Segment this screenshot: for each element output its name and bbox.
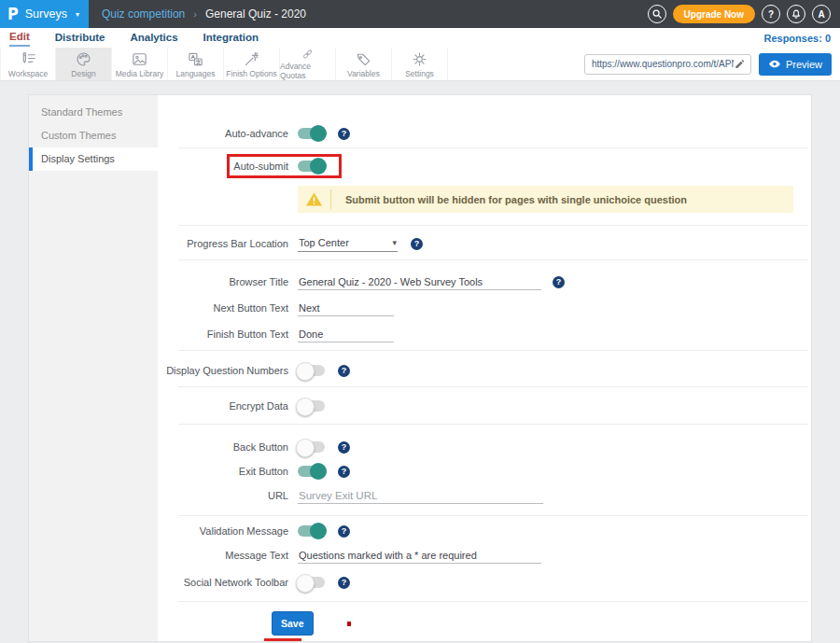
next-button-text-label: Next Button Text — [158, 302, 288, 314]
dropdown-selected-value: Top Center — [299, 237, 349, 248]
question-mark-icon: ? — [768, 9, 774, 20]
display-settings-card: Standard Themes Custom Themes Display Se… — [28, 94, 812, 642]
bell-icon — [791, 8, 802, 20]
exit-url-label: URL — [158, 490, 288, 501]
section-divider — [178, 350, 808, 351]
tool-label: Design — [71, 69, 95, 78]
survey-tab-bar: Edit Distribute Analytics Integration Re… — [0, 28, 840, 48]
back-button-label: Back Button — [158, 441, 288, 453]
exit-button-row: Exit Button ? — [158, 459, 811, 483]
auto-submit-toggle[interactable] — [298, 161, 325, 172]
questionpro-logo-icon: P — [7, 5, 19, 23]
warning-triangle-icon — [305, 191, 323, 207]
finish-button-text-input[interactable] — [298, 327, 394, 342]
exit-url-row: URL — [158, 483, 811, 508]
auto-advance-help-icon[interactable]: ? — [338, 128, 350, 140]
breadcrumb-current-survey: General Quiz - 2020 — [205, 7, 306, 21]
section-divider — [178, 601, 808, 602]
social-network-toolbar-help-icon[interactable]: ? — [338, 577, 350, 589]
help-menu-button[interactable]: ? — [762, 5, 780, 23]
top-navigation-bar: P Surveys ▾ Quiz competition › General Q… — [0, 0, 840, 28]
edit-url-pencil-icon[interactable] — [734, 58, 746, 70]
finish-button-text-label: Finish Button Text — [158, 328, 288, 340]
responses-count[interactable]: Responses: 0 — [763, 33, 831, 44]
progress-bar-location-dropdown[interactable]: Top Center ▾ — [298, 235, 398, 252]
design-palette-icon — [75, 50, 92, 68]
back-button-toggle[interactable] — [298, 441, 325, 453]
validation-message-label: Validation Message — [158, 525, 288, 537]
browser-title-help-icon[interactable]: ? — [553, 276, 565, 288]
encrypt-data-label: Encrypt Data — [158, 400, 288, 412]
display-question-numbers-help-icon[interactable]: ? — [338, 365, 350, 377]
preview-button[interactable]: Preview — [759, 53, 832, 76]
sidebar-item-custom-themes[interactable]: Custom Themes — [29, 124, 158, 147]
tab-edit[interactable]: Edit — [9, 29, 30, 47]
progress-bar-location-row: Progress Bar Location Top Center ▾ ? — [158, 231, 811, 256]
tool-media-library[interactable]: Media Library — [112, 48, 168, 80]
surveys-app-menu[interactable]: P Surveys ▾ — [0, 0, 89, 28]
section-divider — [178, 386, 808, 387]
section-divider — [178, 515, 808, 516]
encrypt-data-toggle[interactable] — [298, 400, 325, 412]
auto-advance-toggle[interactable] — [298, 128, 325, 139]
breadcrumb: Quiz competition › General Quiz - 2020 — [102, 7, 306, 21]
exit-url-input[interactable] — [298, 488, 543, 504]
message-text-input[interactable] — [298, 548, 541, 564]
message-text-row: Message Text — [158, 543, 811, 567]
media-library-icon — [131, 50, 148, 68]
settings-gear-icon — [411, 50, 428, 68]
tab-distribute[interactable]: Distribute — [55, 30, 105, 46]
progress-bar-help-icon[interactable]: ? — [411, 238, 423, 250]
tool-finish-options[interactable]: Finish Options — [224, 48, 280, 80]
variables-tag-icon — [355, 50, 372, 68]
exit-button-toggle[interactable] — [298, 466, 325, 477]
sidebar-item-standard-themes[interactable]: Standard Themes — [29, 101, 158, 124]
section-divider — [178, 424, 808, 425]
tab-analytics[interactable]: Analytics — [130, 30, 177, 46]
tool-advance-quotas[interactable]: Advance Quotas — [280, 48, 336, 80]
tool-languages[interactable]: Languages — [168, 48, 224, 80]
breadcrumb-folder-link[interactable]: Quiz competition — [102, 7, 185, 21]
survey-share-url-box — [584, 54, 751, 75]
encrypt-data-row: Encrypt Data — [158, 394, 811, 418]
section-divider — [178, 225, 808, 226]
app-menu-label: Surveys — [25, 7, 67, 21]
tool-design[interactable]: Design — [56, 48, 112, 80]
browser-title-input[interactable] — [298, 274, 541, 290]
sidebar-item-display-settings[interactable]: Display Settings — [29, 147, 158, 171]
toolbar-right-actions: Preview — [584, 48, 840, 80]
finish-options-wand-icon — [243, 50, 260, 68]
warning-text: Submit button will be hidden for pages w… — [331, 194, 687, 205]
display-settings-panel: Auto-advance ? Auto-submit Submit button… — [158, 95, 811, 641]
exit-button-label: Exit Button — [158, 466, 288, 477]
back-button-row: Back Button ? — [158, 435, 811, 459]
tool-label: Variables — [347, 69, 380, 78]
red-dot-annotation — [347, 622, 351, 626]
tool-variables[interactable]: Variables — [336, 48, 392, 80]
upgrade-now-button[interactable]: Upgrade Now — [673, 5, 755, 23]
tool-settings[interactable]: Settings — [392, 48, 448, 80]
tool-label: Workspace — [8, 69, 48, 78]
exit-button-help-icon[interactable]: ? — [338, 466, 350, 478]
save-row: Save — [158, 611, 811, 636]
notifications-button[interactable] — [787, 5, 805, 23]
auto-submit-row: Auto-submit — [158, 154, 811, 178]
account-avatar[interactable]: A — [812, 5, 831, 23]
tool-workspace[interactable]: Workspace — [0, 48, 56, 80]
display-question-numbers-toggle[interactable] — [298, 365, 325, 376]
warning-icon-wrap — [298, 189, 331, 209]
survey-share-url-input[interactable] — [592, 59, 734, 69]
search-button[interactable] — [648, 5, 666, 23]
save-button[interactable]: Save — [272, 611, 314, 636]
social-network-toolbar-toggle[interactable] — [298, 577, 325, 588]
breadcrumb-separator-icon: › — [193, 8, 197, 20]
design-sidebar: Standard Themes Custom Themes Display Se… — [29, 95, 158, 641]
advance-quotas-links-icon — [299, 48, 316, 61]
next-button-text-input[interactable] — [298, 301, 394, 316]
auto-advance-row: Auto-advance ? — [158, 121, 811, 146]
validation-message-row: Validation Message ? — [158, 519, 811, 543]
back-button-help-icon[interactable]: ? — [338, 441, 350, 454]
validation-message-toggle[interactable] — [298, 525, 325, 537]
validation-message-help-icon[interactable]: ? — [338, 525, 350, 538]
tab-integration[interactable]: Integration — [203, 30, 259, 46]
